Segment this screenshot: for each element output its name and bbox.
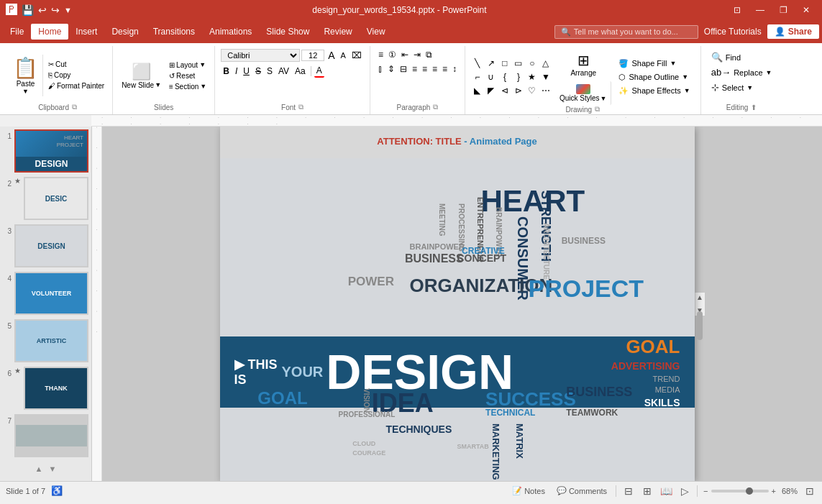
accessibility-btn[interactable]: ♿ (51, 485, 63, 496)
font-name-select[interactable]: Calibri (221, 49, 300, 62)
shape-rect[interactable]: □ (498, 57, 511, 70)
font-size-increase-btn[interactable]: A (326, 49, 337, 62)
notes-btn[interactable]: 📝 Notes (509, 485, 548, 497)
shape-outline-dropdown[interactable]: ▼ (682, 73, 688, 81)
panel-scroll-up[interactable]: ▲ (35, 464, 43, 473)
shape-custom1[interactable]: ◣ (471, 84, 484, 97)
zoom-out-btn[interactable]: − (703, 487, 708, 495)
shape-effects-button[interactable]: ✨ Shape Effects ▼ (614, 85, 694, 97)
font-dialog-launcher[interactable]: ⧉ (298, 103, 303, 111)
smart-art-btn[interactable]: ⧉ (424, 49, 434, 60)
strikethrough-button[interactable]: S (253, 65, 263, 77)
comments-btn[interactable]: 💬 Comments (554, 485, 610, 497)
shape-fill-button[interactable]: 🪣 Shape Fill ▼ (614, 58, 694, 70)
shape-round-rect[interactable]: ▭ (512, 57, 525, 70)
window-restore-btn[interactable]: ⊡ (727, 2, 747, 18)
slide-thumb-1[interactable]: 1 DESIGN HEARTPROJECT (3, 129, 88, 173)
font-size-input[interactable] (301, 50, 324, 61)
clear-format-btn[interactable]: ⌧ (350, 50, 364, 61)
menu-animations[interactable]: Animations (202, 24, 259, 40)
select-button[interactable]: ⊹ Select ▼ (707, 81, 777, 94)
shape-bracket-right[interactable]: } (512, 70, 525, 83)
slide-sorter-btn[interactable]: ⊞ (641, 486, 654, 496)
new-slide-button[interactable]: ⬜ New Slide ▼ (119, 61, 164, 91)
para-dialog-launcher[interactable]: ⧉ (433, 103, 438, 111)
shape-more2[interactable]: ⋯ (539, 84, 552, 97)
undo-icon[interactable]: ↩ (38, 4, 47, 16)
align-right-btn[interactable]: ≡ (430, 63, 439, 75)
shape-more[interactable]: ▼ (539, 70, 552, 83)
zoom-level[interactable]: 68% (782, 487, 798, 495)
font-color-btn[interactable]: A (314, 65, 324, 78)
shape-heart[interactable]: ♡ (526, 84, 539, 97)
panel-scroll-down[interactable]: ▼ (49, 464, 57, 473)
shadow-btn[interactable]: S (265, 65, 275, 77)
find-button[interactable]: 🔍 Find (707, 50, 777, 64)
shape-line[interactable]: ╲ (471, 57, 484, 70)
window-minimize-btn[interactable]: — (750, 2, 770, 18)
scroll-thumb[interactable] (697, 311, 703, 340)
reading-view-btn[interactable]: 📖 (659, 486, 672, 496)
zoom-in-btn[interactable]: + (772, 487, 776, 495)
shape-right-angle[interactable]: ⌐ (471, 70, 484, 83)
scroll-up-btn[interactable]: ▲ (695, 293, 705, 303)
columns-btn[interactable]: ⫿ (376, 63, 385, 75)
slide-image-1[interactable]: DESIGN HEARTPROJECT (14, 129, 88, 173)
slide-canvas-area[interactable]: ATTENTION: TITLE - Animated Page HEART C… (102, 127, 822, 481)
copy-button[interactable]: ⎘ Copy (46, 70, 106, 80)
menu-transitions[interactable]: Transitions (146, 24, 202, 40)
quick-styles-button[interactable]: Quick Styles ▼ (555, 81, 612, 105)
reset-button[interactable]: ↺ Reset (167, 71, 209, 81)
redo-icon[interactable]: ↪ (51, 4, 60, 16)
numbering-btn[interactable]: ① (386, 49, 398, 60)
shape-fill-dropdown[interactable]: ▼ (670, 60, 676, 67)
change-case-btn[interactable]: Aa (293, 65, 308, 77)
font-size-decrease-btn[interactable]: A (339, 50, 348, 60)
new-slide-dropdown-icon[interactable]: ▼ (155, 81, 161, 88)
window-maximize-btn[interactable]: ❐ (773, 2, 793, 18)
save-icon[interactable]: 💾 (22, 4, 34, 16)
layout-button[interactable]: ⊞ Layout ▼ (167, 60, 209, 70)
line-spacing-btn[interactable]: ↕ (450, 63, 459, 75)
slide-image-5[interactable]: ARTISTIC (14, 319, 88, 362)
slide-image-6[interactable]: THANK (24, 367, 88, 410)
tell-me-search[interactable]: 🔍 Tell me what you want to do... (554, 25, 698, 39)
shape-arrow[interactable]: ↗ (485, 57, 498, 70)
align-left-btn[interactable]: ≡ (410, 63, 419, 75)
shape-bracket-left[interactable]: { (498, 70, 511, 83)
section-button[interactable]: ≡ Section ▼ (167, 82, 209, 91)
shape-ellipse[interactable]: ○ (526, 57, 539, 70)
slide-thumb-5[interactable]: 5 ARTISTIC (3, 319, 88, 362)
align-text-btn[interactable]: ⊟ (398, 63, 409, 75)
slide-thumb-7[interactable]: 7 (3, 414, 88, 457)
slide-image-4[interactable]: VOLUNTEER (14, 272, 88, 315)
slide-thumb-2[interactable]: 2 ★ DESIC (3, 177, 88, 220)
shape-triangle[interactable]: △ (539, 57, 552, 70)
slide-thumb-3[interactable]: 3 DESIGN (3, 224, 88, 267)
fit-slide-btn[interactable]: ⊡ (803, 486, 816, 496)
menu-slideshow[interactable]: Slide Show (259, 24, 316, 40)
shape-outline-button[interactable]: ⬡ Shape Outline ▼ (614, 71, 694, 83)
slide-thumb-6[interactable]: 6 ★ THANK (3, 367, 88, 410)
slideshow-btn[interactable]: ▷ (678, 486, 691, 496)
underline-button[interactable]: U (241, 65, 252, 77)
quick-styles-dropdown[interactable]: ▼ (600, 95, 607, 102)
slide-image-2[interactable]: DESIC (24, 177, 88, 220)
center-btn[interactable]: ≡ (420, 63, 429, 75)
slide-image-3[interactable]: DESIGN (14, 224, 88, 267)
customize-icon[interactable]: ▼ (64, 6, 72, 14)
decrease-indent-btn[interactable]: ⇤ (399, 49, 411, 60)
shape-custom4[interactable]: ⊳ (512, 84, 525, 97)
select-dropdown[interactable]: ▼ (746, 84, 753, 91)
editing-collapse[interactable]: ⬆ (751, 104, 757, 111)
share-button[interactable]: 👤 Share (767, 24, 819, 39)
clipboard-dialog-launcher[interactable]: ⧉ (72, 103, 77, 111)
shape-custom2[interactable]: ◤ (485, 84, 498, 97)
justify-btn[interactable]: ≡ (440, 63, 449, 75)
format-painter-button[interactable]: 🖌 Format Painter (46, 81, 106, 91)
bullets-btn[interactable]: ≡ (376, 49, 385, 60)
menu-design[interactable]: Design (104, 24, 145, 40)
char-spacing-btn[interactable]: AV (276, 65, 291, 77)
arrange-button[interactable]: ⊞ Arrange (566, 49, 600, 80)
shape-curve[interactable]: ∪ (485, 70, 498, 83)
